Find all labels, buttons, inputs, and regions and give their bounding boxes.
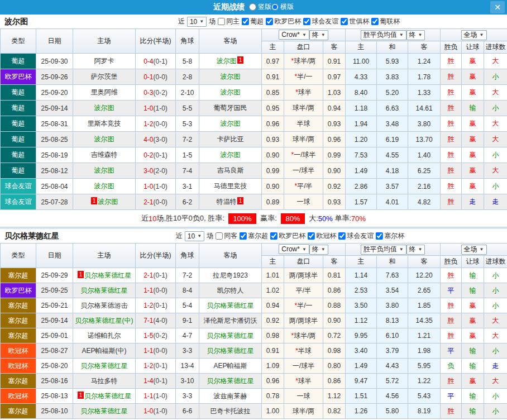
corner-cell: 5-8 [176,54,199,69]
fulltime-score: 1-2 [144,302,153,309]
avg-type-select[interactable]: 胜平负均值▼ [361,30,406,40]
score-cell: 1-0(1-0) [136,101,176,116]
odds-group-header: Crow*▼终▼ [262,29,346,41]
league-filter-checkbox[interactable]: 欧罗巴杯 [266,17,301,26]
fulltime-score: 0-4 [144,58,153,65]
league-filter-checkbox[interactable]: 欧冠杯 [308,231,336,241]
same-venue-checkbox[interactable]: 同客 [216,231,237,241]
checkbox-input[interactable] [303,18,310,25]
odds-away-cell: 0.94 [323,101,346,116]
odds-away-cell: 0.93 [323,194,346,210]
away-team-cell: 葡萄牙国民 [199,101,262,116]
odds-final-select[interactable]: 终▼ [309,30,328,40]
fulltime-score: 1-4 [144,377,153,385]
avg-away-cell: 12.20 [408,268,441,283]
summary-part: 单率: [333,213,351,223]
odds-company-select[interactable]: Crow*▼ [279,244,309,254]
home-team-cell: 萨尔茨堡 [73,69,136,85]
checkbox-input[interactable] [341,18,348,25]
checkbox-input[interactable] [218,18,225,25]
home-team-cell: 贝尔格莱德红星 [73,359,136,374]
date-cell: 25-08-20 [36,359,73,374]
same-venue-checkbox[interactable]: 同主 [218,17,240,26]
table-row: 球会友谊25-07-281波尔图2-1(0-0)6-2特温特10.89一球0.9… [1,194,507,210]
halftime-score: (0-1) [154,58,168,65]
league-filter-checkbox[interactable]: 葡联杯 [371,17,400,26]
checkbox-input[interactable] [338,232,346,240]
league-filter-label: 欧冠杯 [316,231,336,241]
score-cell: 1-1(0-0) [136,343,176,359]
handicap-cell: 球半/两 [284,404,323,419]
handicap-result-cell: 赢 [462,374,484,389]
type-cell: 塞尔超 [1,268,36,283]
match-count-select[interactable]: 10▼ [185,231,204,241]
checkbox-input[interactable] [376,232,383,240]
handicap-cell: *半/一 [284,298,323,313]
summary-bar: 近10场,胜10平0负0, 胜率: 100% 赢率: 80% 大:50% 单率:… [0,210,507,227]
home-team-name: 吉维森特 [91,151,118,159]
section-header: 波尔图近10▼场同主葡超欧罗巴杯球会友谊世俱杯葡联杯 [0,15,507,28]
checkbox-input[interactable] [216,232,223,240]
red-card-badge: 1 [237,197,244,204]
avg-final-select-label: 终 [409,245,416,254]
scope-select[interactable]: 全场▼ [461,30,487,40]
avg-type-select[interactable]: 胜平负均值▼ [361,245,406,255]
layout-radio-horizontal[interactable]: 横版 [271,2,294,12]
handicap-result-cell: 赢 [462,116,484,132]
col-header: 类型 [1,29,36,54]
away-team-name: 巴奇卡托波拉 [211,407,251,415]
type-cell: 葡超 [1,132,36,147]
result-cell: 胜 [441,268,462,283]
odds-home-cell: 1.02 [262,283,284,298]
halftime-score: (4-0) [154,317,168,324]
checkbox-input[interactable] [371,18,379,25]
handicap-text: 半球 [297,120,310,127]
odds-away-cell: 0.86 [323,283,346,298]
home-team-name: 波尔图 [94,166,114,174]
checkbox-input[interactable] [242,18,249,25]
layout-radio-vertical[interactable]: 竖版 [249,2,271,12]
date-cell: 25-08-16 [36,374,73,389]
radio-input[interactable] [271,3,279,11]
result-cell: 胜 [441,54,462,69]
league-filter-checkbox[interactable]: 欧罗巴杯 [270,231,305,241]
date-cell: 25-07-28 [36,194,73,210]
odds-home-cell: 0.90 [262,147,284,163]
checkbox-input[interactable] [266,18,273,25]
summary-part: 50% [318,214,333,223]
corner-cell: 5-3 [176,116,199,132]
league-filter-checkbox[interactable]: 球会友谊 [303,17,338,26]
radio-input[interactable] [249,3,256,11]
league-filter-checkbox[interactable]: 葡超 [242,17,264,26]
league-filter-checkbox[interactable]: 塞尔杯 [376,231,404,241]
odds-final-select[interactable]: 终▼ [309,245,328,255]
checkbox-input[interactable] [308,232,315,240]
odds-company-select[interactable]: Crow*▼ [279,30,309,40]
away-team-name: 贝尔格莱德红星 [207,347,254,355]
close-button[interactable]: ✕ [490,1,505,13]
league-filter-checkbox[interactable]: 塞尔超 [240,231,268,241]
match-count-select[interactable]: 10▼ [187,17,207,27]
avg-draw-cell: 4.55 [377,147,408,163]
league-filter-checkbox[interactable]: 世俱杯 [341,17,369,26]
summary-part: 近 [141,213,149,223]
type-cell: 葡超 [1,147,36,163]
scope-select[interactable]: 全场▼ [461,245,487,255]
avg-home-cell: 11.00 [346,54,377,69]
away-team-cell: 拉尼奇1923 [199,268,262,283]
handicap-cell: 两/两球半 [284,313,323,328]
halftime-score: (2-0) [154,167,168,175]
league-filter-checkbox[interactable]: 球会友谊 [338,231,374,241]
home-team-name: 贝尔格莱德红星 [81,407,128,415]
avg-final-select[interactable]: 终▼ [406,30,425,40]
checkbox-input[interactable] [270,232,278,240]
goals-result-cell: 大 [484,163,507,179]
checkbox-input[interactable] [240,232,247,240]
near-label: 近 [178,17,185,26]
date-cell: 25-09-25 [36,283,73,298]
away-team-name: 拉尼奇1923 [213,271,248,279]
away-team-name: 波兹南莱赫 [214,392,247,400]
avg-final-select[interactable]: 终▼ [406,245,425,255]
goals-result-cell: 小 [484,101,507,116]
odds-away-cell: 0.88 [323,298,346,313]
